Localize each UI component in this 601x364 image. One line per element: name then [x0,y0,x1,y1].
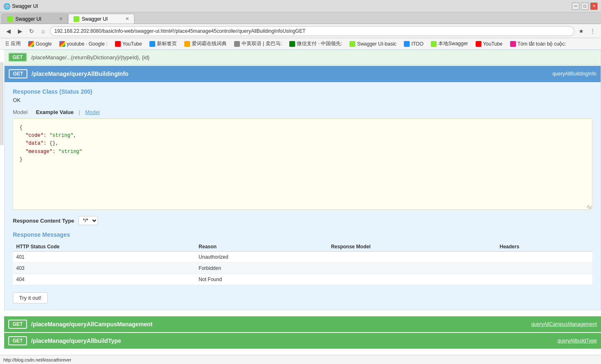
endpoint3-get-badge: GET [8,336,27,345]
home-btn[interactable]: ⌂ [38,26,48,36]
status-bar: http://blog.csdn.net/kisscatforever [0,355,601,364]
model-404 [327,274,496,285]
bookmark-tomtat[interactable]: Tóm tắt toàn bộ cuộc: [507,39,569,49]
bookmark-itoo[interactable]: ITOO [401,39,427,49]
reason-401: Unauthorized [195,252,328,263]
settings-btn[interactable]: ⋮ [588,26,598,36]
rct-label: Response Content Type [13,218,74,224]
status-404: 404 [13,274,195,285]
forward-btn[interactable]: ▶ [15,26,25,36]
col-status-code: HTTP Status Code [13,242,195,252]
window-controls: ─ □ ✕ [572,2,598,10]
bookmark-aiciba[interactable]: 爱词霸在线词典 [181,39,230,49]
main-content: GET /placeManage/...{returnByDictionary}… [0,50,601,364]
tab-2-favicon [73,16,79,22]
json-content: { "code": "string", "data": {}, "message… [20,124,586,164]
maximize-btn[interactable]: □ [581,2,589,10]
try-it-btn[interactable]: Try it out! [13,292,48,303]
col-headers: Headers [496,242,592,252]
reason-404: Not Found [195,274,328,285]
apps-icon: ⠿ [5,41,9,47]
address-bar[interactable]: 192.168.22.202:8080/basicInfo-web/swagge… [50,26,574,36]
bookmark-local-swagger[interactable]: 本地Swagger [428,39,471,49]
response-status-text: OK [13,97,592,103]
tab-1-close[interactable]: ✕ [59,16,63,22]
bookmark-swagger-basic[interactable]: Swagger UI-basic [346,39,400,49]
bookmark-google-label: Google [36,41,52,47]
endpoint2-get-badge: GET [8,320,27,329]
main-endpoint-block: GET /placeManage/queryAllBuildingInfo qu… [4,66,601,310]
bookmark-youtube2-label: YouTube [483,41,503,47]
bookmark-tomtat-label: Tóm tắt toàn bộ cuộc: [518,41,566,47]
bookmark-apps[interactable]: ⠿ 应用 [2,39,24,49]
youtube-google-favicon [59,41,65,47]
endpoint3-header[interactable]: GET /placeManage/queryAllbuildType query… [4,333,601,349]
status-url: http://blog.csdn.net/kisscatforever [3,357,71,362]
bookmark-wechat-label: 微信支付 · 中国领先: [297,40,342,47]
model-403 [327,263,496,274]
bookmark-youtube-google[interactable]: youtube · Google : [56,39,111,49]
bookmark-apps-label: 应用 [11,40,21,47]
back-btn[interactable]: ◀ [3,26,13,36]
rct-select[interactable]: */* [78,216,98,225]
itoo-favicon [404,41,410,47]
table-header-row: HTTP Status Code Reason Response Model H… [13,242,592,252]
bookmark-newtab[interactable]: 新标签页 [146,39,180,49]
response-area: Response Class (Status 200) OK Model Exa… [5,82,601,310]
bookmark-youtube-google-label: youtube · Google : [67,41,107,47]
bookmark-bilingual-label: 中英双语 | 卖巴马: [242,40,282,47]
bookmark-wechat[interactable]: 微信支付 · 中国领先: [286,39,345,49]
endpoint2-path: /placeManage/queryAllCampusManagement [31,321,527,328]
tab-1[interactable]: Swagger UI ✕ [2,14,68,24]
model-401 [327,252,496,263]
local-swagger-favicon [431,41,437,47]
tab-2[interactable]: Swagger UI ✕ [68,14,134,24]
table-row: 404 Not Found [13,274,592,285]
status-403: 403 [13,263,195,274]
bookmark-bilingual[interactable]: 中英双语 | 卖巴马: [231,39,285,49]
tab-bar: Swagger UI ✕ Swagger UI ✕ [0,12,601,24]
model-tab-label: Model [13,109,27,115]
bookmark-youtube[interactable]: YouTube [112,39,145,49]
bookmark-youtube-label: YouTube [122,41,142,47]
bookmark-newtab-label: 新标签页 [157,40,177,47]
bookmarks-bar: ⠿ 应用 Google youtube · Google : YouTube 新… [0,38,601,50]
response-class-title: Response Class (Status 200) [13,88,592,95]
bilingual-favicon [234,41,240,47]
endpoint2-link[interactable]: queryAllCampusManagement [531,321,597,327]
col-reason: Reason [195,242,328,252]
tab-2-label: Swagger UI [82,16,108,22]
refresh-btn[interactable]: ↻ [27,26,37,36]
bookmark-aiciba-label: 爱词霸在线词典 [192,40,227,47]
response-messages-title: Response Messages [13,231,592,238]
response-table: HTTP Status Code Reason Response Model H… [13,242,592,285]
bookmark-swagger-basic-label: Swagger UI-basic [357,41,396,47]
endpoint-path: /placeManage/queryAllBuildingInfo [32,70,548,77]
tab-2-close[interactable]: ✕ [125,16,129,22]
reason-403: Forbidden [195,263,328,274]
sidebar-resize-handle[interactable] [0,62,3,145]
aiciba-favicon [184,41,190,47]
endpoint2-block: GET /placeManage/queryAllCampusManagemen… [4,316,601,332]
close-btn[interactable]: ✕ [590,2,598,10]
endpoint2-header[interactable]: GET /placeManage/queryAllCampusManagemen… [4,316,601,332]
endpoint-header[interactable]: GET /placeManage/queryAllBuildingInfo qu… [5,66,601,82]
headers-401 [496,252,592,263]
bookmark-youtube2[interactable]: YouTube [472,39,506,49]
wechat-favicon [289,41,295,47]
endpoint3-block: GET /placeManage/queryAllbuildType query… [4,333,601,349]
top-get-badge: GET [8,53,27,62]
top-endpoint-path: /placeManage/...{returnByDictionary}/{ty… [31,54,149,61]
tab-model[interactable]: Model [82,108,103,116]
resize-handle[interactable]: ⊿ [586,204,591,209]
model-tabs: Model Example Value | Model [13,108,592,116]
json-display: { "code": "string", "data": {}, "message… [13,119,592,210]
endpoint3-link[interactable]: queryAllbuildType [557,338,597,344]
bookmark-google[interactable]: Google [25,39,55,49]
minimize-btn[interactable]: ─ [572,2,579,10]
get-badge: GET [9,69,27,78]
col-response-model: Response Model [327,242,496,252]
bookmark-btn[interactable]: ★ [576,26,586,36]
endpoint-link[interactable]: queryAllBuildingInfo [552,71,596,77]
tab-example-value[interactable]: Example Value [32,108,77,116]
